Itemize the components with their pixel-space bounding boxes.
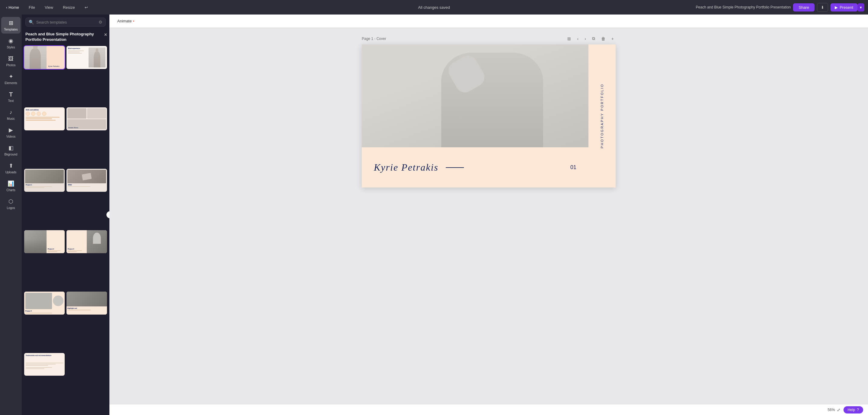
slide-photo-area [362,45,588,147]
animate-button[interactable]: Animate ● [114,18,137,25]
text-icon: T [7,91,14,98]
animate-bar: Animate ● [110,14,868,28]
photographer-name: Kyrie Petrakis [374,162,438,173]
elements-icon: ✦ [7,73,14,80]
animate-dot: ● [133,20,134,22]
top-bar-right: Peach and Blue Simple Photography Portfo… [696,3,864,12]
search-input[interactable] [36,20,96,25]
template-title: Peach and Blue Simple Photography Portfo… [25,32,94,42]
canvas-area: Animate ● Page 1 - Cover ⊞ ‹ › ⧉ 🗑 + [110,14,868,415]
undo-icon: ↩ [85,5,88,10]
template-thumb-1[interactable]: Kyrie Petrakis [24,46,65,69]
delete-page-button[interactable]: 🗑 [599,35,607,42]
templates-icon: ⊞ [7,19,14,27]
template-thumb-6[interactable]: MIND [66,169,107,191]
uploads-icon: ⬆ [7,162,14,169]
person-figure [441,53,544,147]
view-menu-button[interactable]: View [42,4,56,11]
template-thumb-4[interactable]: Notable Works [66,108,107,130]
close-icon[interactable]: × [104,31,107,38]
chevron-left-icon: ‹ [6,5,7,10]
zoom-info: 56% ⤢ [828,408,840,412]
resize-button[interactable]: Resize [60,4,78,11]
sidebar-item-charts[interactable]: 📊 Charts [1,178,21,194]
background-icon: ◧ [7,144,14,152]
search-area: 🔍 ⚙ [22,14,110,29]
template-thumb-9[interactable]: Project 4 [24,292,65,314]
next-page-button[interactable]: › [583,35,588,42]
top-bar: ‹ Home File View Resize ↩ All changes sa… [0,0,868,14]
page-canvas-wrapper: Page 1 - Cover ⊞ ‹ › ⧉ 🗑 + [110,28,868,404]
page-label: Page 1 - Cover [362,37,386,41]
sidebar-item-templates[interactable]: ⊞ Templates [1,17,21,34]
copy-page-button[interactable]: ⧉ [590,35,597,42]
document-name: Peach and Blue Simple Photography Portfo… [696,5,790,9]
template-thumb-2[interactable]: Work experience [66,46,107,69]
present-button[interactable]: ▶ Present [831,3,858,11]
main-layout: ⊞ Templates ◉ Styles 🖼 Photos ✦ Elements… [0,14,868,415]
portfolio-label: Photography Portfolio [600,84,604,149]
slide-person-photo [362,45,588,147]
file-menu-button[interactable]: File [26,4,37,11]
present-icon: ▶ [835,5,838,10]
charts-icon: 📊 [7,180,14,187]
page-label-row: Page 1 - Cover ⊞ ‹ › ⧉ 🗑 + [362,35,616,42]
home-button[interactable]: ‹ Home [4,4,22,11]
top-bar-left: ‹ Home File View Resize ↩ [4,4,90,11]
photos-icon: 🖼 [7,55,14,62]
sidebar-icons: ⊞ Templates ◉ Styles 🖼 Photos ✦ Elements… [0,14,22,415]
template-title-wrapper: Peach and Blue Simple Photography Portfo… [22,29,110,43]
present-dropdown-button[interactable]: ▾ [858,3,864,11]
person-arm [445,52,488,96]
decorative-line [446,167,464,168]
template-thumb-3[interactable]: Skills and abilities [24,108,65,130]
add-page-button[interactable]: + [610,35,616,42]
templates-grid: Kyrie Petrakis Work experience [22,43,110,415]
page-number: 01 [570,164,576,171]
music-icon: ♪ [7,109,14,116]
sidebar-item-styles[interactable]: ◉ Styles [1,35,21,52]
videos-icon: ▶ [7,126,14,134]
sidebar-item-background[interactable]: ◧ Bkground [1,142,21,158]
download-button[interactable]: ⬇ [817,3,828,12]
template-thumb-10[interactable]: Highlight reel [66,292,107,314]
bottom-bar: 56% ⤢ Help ? [110,404,868,415]
template-thumb-5[interactable]: Project 1 [24,169,65,191]
sidebar-item-logos[interactable]: ⬡ Logos [1,196,21,212]
slide-bottom-bar: Kyrie Petrakis 01 [362,147,588,187]
help-button[interactable]: Help ? [843,406,863,414]
help-icon: ? [857,408,859,412]
search-icon: 🔍 [29,20,34,25]
template-thumb-7[interactable]: Project 2 [24,230,65,253]
template-thumb-8[interactable]: Project 3 [66,230,107,253]
document-title: All changes saved [418,5,450,10]
undo-button[interactable]: ↩ [82,4,90,11]
page-actions: ⊞ ‹ › ⧉ 🗑 + [565,35,616,42]
styles-icon: ◉ [7,37,14,45]
logos-icon: ⬡ [7,198,14,205]
filter-icon[interactable]: ⚙ [98,20,102,25]
templates-panel: 🔍 ⚙ Peach and Blue Simple Photography Po… [22,14,110,415]
slide-left-section: Kyrie Petrakis 01 [362,45,588,187]
sidebar-item-text[interactable]: T Text [1,88,21,105]
download-icon: ⬇ [821,5,824,10]
search-bar[interactable]: 🔍 ⚙ [25,18,106,27]
sidebar-item-uploads[interactable]: ⬆ Uploads [1,160,21,176]
sidebar-item-music[interactable]: ♪ Music [1,106,21,123]
fullscreen-button[interactable]: ⤢ [837,408,840,412]
prev-page-button[interactable]: ‹ [575,35,580,42]
slide-canvas[interactable]: Kyrie Petrakis 01 Photography Portfolio [362,45,616,187]
template-thumb-11[interactable]: Testimonials and recommendations [24,353,65,376]
sidebar-item-videos[interactable]: ▶ Videos [1,124,21,141]
sidebar-item-photos[interactable]: 🖼 Photos [1,53,21,69]
sidebar-item-elements[interactable]: ✦ Elements [1,70,21,87]
grid-view-button[interactable]: ⊞ [565,35,573,42]
zoom-level: 56% [828,408,835,412]
slide-right-bar: Photography Portfolio [588,45,616,187]
share-button[interactable]: Share [793,3,814,11]
